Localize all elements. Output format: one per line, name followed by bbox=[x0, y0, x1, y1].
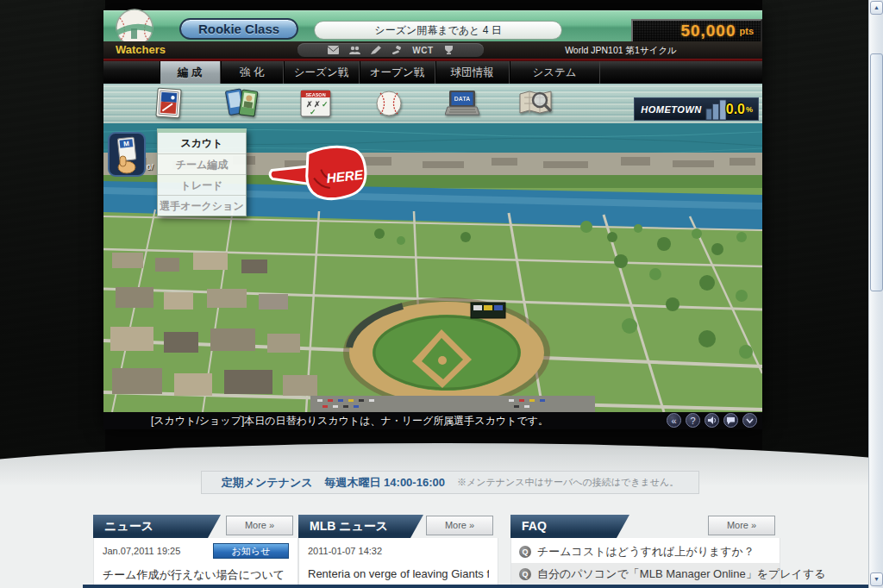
faq-column: FAQ More » Q チームコストはどうすれば上がりますか？ Q 自分のパソ… bbox=[510, 515, 780, 588]
mlb-book-icon[interactable] bbox=[148, 86, 190, 121]
news-body: Jan.07,2011 19:25 お知らせ チーム作成が行えない場合について bbox=[93, 538, 298, 588]
points-value: 50,000 bbox=[680, 22, 736, 41]
tab-kyouka[interactable]: 強 化 bbox=[221, 61, 284, 84]
scrollbar-thumb[interactable] bbox=[870, 53, 883, 291]
maintenance-note: ※メンテナンス中はサーバへの接続はできません。 bbox=[457, 476, 679, 489]
mlb-news-more-button[interactable]: More » bbox=[426, 516, 493, 535]
menu-item-scout[interactable]: スカウト bbox=[158, 133, 246, 153]
chat-icon[interactable] bbox=[723, 413, 738, 428]
browser-scrollbar[interactable]: ▲ ▼ bbox=[868, 0, 883, 588]
season-calendar-icon[interactable]: SEASON ✗ ✗ ✓ ✓ bbox=[295, 86, 336, 121]
points-display: 50,000 pts bbox=[631, 19, 762, 43]
main-nav: 編 成 強 化 シーズン戦 オープン戦 球団情報 システム bbox=[103, 61, 762, 84]
watchers-label: Watchers bbox=[116, 43, 166, 56]
feature-icon-strip: SEASON ✗ ✗ ✓ ✓ DATA bbox=[103, 84, 762, 123]
manager-card-icon[interactable]: M bbox=[108, 132, 146, 177]
status-bar: [スカウト/ショップ]本日の日替わりスカウトは、ナ・リーグ所属選手スカウトです。… bbox=[103, 412, 762, 429]
rewind-icon[interactable]: « bbox=[667, 413, 681, 428]
sound-icon[interactable] bbox=[705, 413, 719, 428]
news-item-title[interactable]: チーム作成が行えない場合について bbox=[103, 567, 289, 583]
player-cards-icon[interactable] bbox=[222, 86, 263, 121]
game-header: Rookie Class シーズン開幕まであと 4 日 50,000 pts bbox=[103, 10, 762, 41]
status-message: [スカウト/ショップ]本日の日替わりスカウトは、ナ・リーグ所属選手スカウトです。 bbox=[151, 414, 548, 428]
season-calendar-label: SEASON bbox=[305, 92, 325, 97]
menu-item-team-hensei[interactable]: チーム編成 bbox=[158, 153, 246, 174]
hometown-value: 0.0 bbox=[726, 102, 745, 117]
maintenance-notice: 定期メンテナンス 毎週木曜日 14:00-16:00 ※メンテナンス中はサーバへ… bbox=[201, 471, 699, 494]
world-cycle-label: World JPN101 第1サイクル bbox=[535, 45, 707, 57]
question-icon: Q bbox=[519, 546, 531, 558]
hometown-buildings-icon bbox=[705, 98, 726, 121]
mail-icon[interactable] bbox=[328, 46, 339, 54]
wct-label[interactable]: WCT bbox=[412, 46, 433, 55]
help-icon[interactable]: ? bbox=[686, 413, 700, 428]
tab-open[interactable]: オープン戦 bbox=[360, 61, 435, 84]
tab-hensei[interactable]: 編 成 bbox=[160, 61, 221, 84]
stadium bbox=[343, 297, 550, 408]
manager-card-count: 0/ bbox=[147, 163, 153, 172]
faq-item-text: 自分のパソコンで「MLB Manager Online」をプレイする bbox=[537, 566, 826, 582]
tab-club-info[interactable]: 球団情報 bbox=[435, 61, 510, 84]
baseball-icon[interactable] bbox=[368, 86, 410, 121]
hensei-dropdown-menu: スカウト チーム編成 トレード 選手オークション bbox=[157, 128, 247, 216]
mlb-news-title: MLB ニュース bbox=[298, 515, 423, 538]
svg-text:✓: ✓ bbox=[310, 108, 316, 116]
faq-more-button[interactable]: More » bbox=[708, 516, 775, 535]
mlb-news-item-date: 2011-01-07 14:32 bbox=[308, 546, 489, 556]
faq-header: FAQ More » bbox=[510, 515, 780, 538]
points-unit: pts bbox=[740, 26, 755, 36]
game-window: Rookie Class シーズン開幕まであと 4 日 50,000 pts W… bbox=[103, 10, 762, 429]
status-controls: « ? bbox=[667, 413, 757, 428]
data-terminal-icon[interactable]: DATA bbox=[442, 86, 483, 121]
page: Rookie Class シーズン開幕まであと 4 日 50,000 pts W… bbox=[0, 0, 883, 588]
hometown-gauge: HOMETOWN 0.0 % bbox=[634, 97, 759, 121]
mlb-news-header: MLB ニュース More » bbox=[298, 515, 498, 538]
tab-season[interactable]: シーズン戦 bbox=[284, 61, 360, 84]
question-icon: Q bbox=[519, 568, 531, 580]
faq-item[interactable]: Q 自分のパソコンで「MLB Manager Online」をプレイする bbox=[511, 563, 780, 585]
scroll-up-button[interactable]: ▲ bbox=[870, 1, 883, 15]
maintenance-schedule: 毎週木曜日 14:00-16:00 bbox=[324, 475, 444, 491]
svg-text:✓: ✓ bbox=[322, 100, 329, 109]
faq-body: Q チームコストはどうすれば上がりますか？ Q 自分のパソコンで「MLB Man… bbox=[510, 538, 780, 588]
scroll-down-button[interactable]: ▼ bbox=[870, 572, 883, 586]
trophy-icon[interactable] bbox=[444, 46, 454, 54]
menu-item-auction[interactable]: 選手オークション bbox=[158, 195, 246, 216]
manager-card-badge: M bbox=[123, 140, 130, 148]
mlb-news-column: MLB ニュース More » 2011-01-07 14:32 Renteri… bbox=[298, 515, 498, 588]
city-map-view: M 0/ スカウト チーム編成 トレード 選手オークション bbox=[103, 123, 762, 412]
edit-icon[interactable] bbox=[371, 46, 381, 54]
collapse-icon[interactable] bbox=[742, 413, 757, 428]
here-pointer-hand[interactable]: HERE bbox=[264, 137, 373, 215]
hometown-label: HOMETOWN bbox=[635, 104, 705, 115]
news-column: ニュース More » Jan.07,2011 19:25 お知らせ チーム作成… bbox=[93, 515, 298, 588]
news-header: ニュース More » bbox=[93, 515, 298, 538]
mlb-news-body: 2011-01-07 14:32 Renteria on verge of le… bbox=[298, 538, 498, 588]
auction-gavel-icon[interactable] bbox=[391, 46, 402, 54]
faq-item-text: チームコストはどうすれば上がりますか？ bbox=[537, 544, 755, 560]
class-badge-button[interactable]: Rookie Class bbox=[179, 18, 298, 40]
data-terminal-label: DATA bbox=[454, 96, 470, 102]
section-divider bbox=[83, 585, 868, 588]
mlb-news-item-title[interactable]: Renteria on verge of leaving Giants for bbox=[308, 567, 489, 580]
news-more-button[interactable]: More » bbox=[226, 516, 293, 535]
news-title: ニュース bbox=[93, 515, 221, 538]
info-bar: Watchers WCT World JPN101 第 bbox=[103, 41, 762, 59]
quick-toolbar: WCT bbox=[297, 43, 484, 57]
faq-title: FAQ bbox=[510, 515, 629, 538]
tab-system[interactable]: システム bbox=[510, 61, 600, 84]
friends-icon[interactable] bbox=[349, 46, 360, 54]
maintenance-title: 定期メンテナンス bbox=[222, 475, 313, 491]
scout-map-icon[interactable] bbox=[515, 86, 556, 121]
faq-item[interactable]: Q チームコストはどうすれば上がりますか？ bbox=[511, 541, 780, 563]
hometown-unit: % bbox=[746, 105, 753, 114]
season-countdown: シーズン開幕まであと 4 日 bbox=[314, 21, 562, 40]
notice-badge[interactable]: お知らせ bbox=[213, 543, 289, 559]
menu-item-trade[interactable]: トレード bbox=[158, 174, 246, 195]
